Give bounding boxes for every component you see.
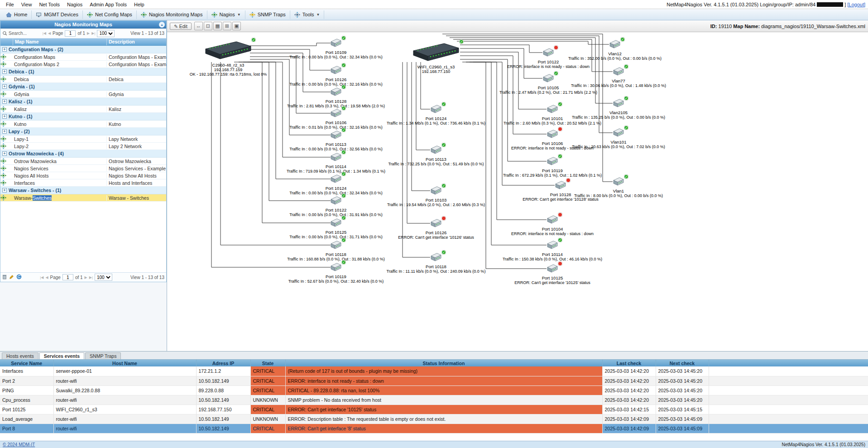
interface-node[interactable]: ✓Port 10103Traffic In : 19.54 Mb/s (2.0 …	[373, 186, 499, 207]
map-list-item[interactable]: Ostrow MazowieckaOstrow Mazowiecka	[0, 158, 166, 165]
interface-node[interactable]: ✓Vlan101Traffic In : 20.63 kb/s (0.0 %),…	[555, 128, 682, 149]
map-group-row[interactable]: +Kalisz - (1)	[0, 98, 166, 106]
expand-icon[interactable]: +	[2, 114, 7, 119]
interface-node[interactable]: ✓Port 10126Traffic In : 0.00 b/s (0.0 %)…	[273, 65, 399, 87]
map-list-item[interactable]: KutnoKutno	[0, 120, 166, 128]
column-state[interactable]: State	[250, 360, 285, 366]
map-group-row[interactable]: +Debica - (1)	[0, 68, 166, 76]
page-input[interactable]	[65, 30, 76, 37]
prev-page-icon[interactable]: ◀	[48, 31, 51, 35]
toolbar-snmp-traps[interactable]: SNMP Traps	[245, 10, 290, 19]
layers-icon[interactable]: ⊞	[223, 22, 231, 30]
search-input[interactable]: Search...	[2, 31, 27, 36]
map-list-item[interactable]: Lapy-2Lapy 2 Network	[0, 143, 166, 150]
service-row[interactable]: Cpu_processrouter-wifi10.50.182.149UNKNO…	[0, 395, 868, 405]
service-row[interactable]: Load_averagerouter-wifi10.50.182.149UNKN…	[0, 414, 868, 424]
map-list-item[interactable]: Nagios All HostsNagios Show All Hosts	[0, 172, 166, 179]
menu-nagios[interactable]: Nagios	[64, 1, 86, 8]
first-page-icon[interactable]: |◀	[43, 31, 46, 35]
map-list-item[interactable]: Configuration Maps 2Configuration Maps -…	[0, 61, 166, 68]
column-adress-ip[interactable]: Adress IP	[196, 360, 250, 366]
page-size-select[interactable]: 100	[97, 30, 115, 37]
map-group-row[interactable]: +Lapy - (2)	[0, 128, 166, 135]
tab-hosts-events[interactable]: Hosts events	[2, 352, 38, 359]
pencil-icon[interactable]	[9, 275, 14, 280]
expand-icon[interactable]: +	[2, 129, 7, 134]
next-page-icon[interactable]: ▶	[85, 275, 87, 279]
expand-icon[interactable]: +	[2, 84, 7, 89]
column-description[interactable]: Description	[107, 39, 166, 45]
collapse-button[interactable]: ▴	[159, 22, 165, 28]
interface-node[interactable]: Port 10104ERROR: interface is not ready …	[489, 215, 616, 236]
interface-node[interactable]: ✓Vlan2105Traffic In : 135.25 b/s (0.0 %)…	[555, 98, 682, 120]
map-group-row[interactable]: +Ostrow Mazowiecka - (4)	[0, 150, 166, 158]
map-group-row[interactable]: +Warsaw - Switches - (1)	[0, 187, 166, 194]
interface-node[interactable]: ✓Vlan77Traffic In : 30.06 kb/s (0.0 %), …	[555, 67, 682, 88]
next-page-icon[interactable]: ▶	[87, 31, 90, 35]
expand-icon[interactable]: +	[2, 69, 7, 74]
toolbar-tools[interactable]: Tools▼	[290, 10, 325, 19]
interface-node[interactable]: ✓Vlan12Traffic In : 352.00 b/s (0.0 %), …	[551, 39, 678, 61]
map-list-item[interactable]: Lapy-1Lapy Network	[0, 135, 166, 143]
expand-icon[interactable]: +	[2, 151, 7, 156]
last-page-icon[interactable]: ▶|	[89, 275, 93, 279]
toolbar-nagios[interactable]: Nagios▼	[207, 10, 245, 19]
expand-icon[interactable]: +	[2, 47, 7, 52]
prev-page-icon[interactable]: ◀	[45, 275, 48, 279]
grid-icon[interactable]: ▦	[213, 22, 222, 30]
last-page-icon[interactable]: ▶|	[91, 31, 95, 35]
refresh-icon[interactable]	[16, 274, 22, 280]
expand-icon[interactable]: +	[2, 188, 7, 193]
footer-copyright-link[interactable]: © 2024 MDM-IT	[3, 442, 35, 447]
column-last-check[interactable]: Last check	[602, 360, 656, 366]
interface-node[interactable]: Port 10126ERROR: Can't get interface '10…	[373, 218, 499, 240]
first-page-icon[interactable]: |◀	[40, 275, 43, 279]
service-row[interactable]: Interfacesserwer-pppoe-01172.21.1.2CRITI…	[0, 366, 868, 376]
service-row[interactable]: Port 10125WIFI_C2960_r1_s3192.168.77.150…	[0, 405, 868, 414]
expand-icon[interactable]: +	[2, 99, 7, 104]
column-status-information[interactable]: Status Information	[285, 360, 602, 366]
map-list-item[interactable]: InterfacesHosts and Interfaces	[0, 179, 166, 187]
map-list-item[interactable]: Warsaw-SwitchesWarsaw - Switches	[0, 194, 166, 202]
trash-icon[interactable]	[2, 274, 7, 280]
toolbar-home[interactable]: Home	[2, 10, 32, 19]
logout-link[interactable]: [Logout]	[847, 2, 865, 7]
toolbar-net-config-maps[interactable]: Net Config Maps	[83, 10, 137, 19]
interface-node[interactable]: ✓Port 10114Traffic In : 150.38 kb/s (0.0…	[489, 240, 616, 261]
interface-node[interactable]: ✓Port 10109Traffic In : 0.00 b/s (0.0 %)…	[273, 38, 399, 59]
interface-node[interactable]: Port 10125ERROR: Can't get interface '10…	[489, 264, 616, 285]
service-row[interactable]: PINGSuwalki_89.228.0.8889.228.0.88CRITIC…	[0, 385, 868, 395]
map-list-item[interactable]: GdyniaGdynia	[0, 91, 166, 98]
map-group-row[interactable]: +Configuration Maps - (2)	[0, 46, 166, 53]
map-list-item[interactable]: DebicaDebica	[0, 76, 166, 83]
service-row[interactable]: Port 2router-wifi10.50.182.149CRITICALER…	[0, 376, 868, 385]
map-canvas[interactable]: ✓C2960-48_r2_s3192.168.77.159OK - 192.16…	[167, 32, 868, 351]
column-service-name[interactable]: Service Name	[0, 360, 53, 366]
page-input[interactable]	[62, 274, 73, 280]
menu-file[interactable]: File	[3, 1, 17, 8]
interface-node[interactable]: ✓Vlan1Traffic In : 8.00 b/s (0.0 %), Out…	[555, 177, 682, 198]
tab-snmp-traps[interactable]: SNMP Traps	[85, 352, 121, 359]
toolbar-mgmt-devices[interactable]: MGMT Devices	[32, 10, 83, 19]
map-list-item[interactable]: Configuration MapsConfiguration Maps - E…	[0, 53, 166, 61]
map-group-row[interactable]: +Gdynia - (1)	[0, 83, 166, 91]
interface-node[interactable]: ✓Port 10119Traffic In : 672.29 kb/s (0.1…	[489, 156, 616, 178]
column-next-check[interactable]: Next check	[656, 360, 709, 366]
toolbar-nagios-monitoring-maps[interactable]: Nagios Monitoring Maps	[137, 10, 207, 19]
tab-services-events[interactable]: Services events	[39, 352, 84, 359]
page-size-select[interactable]: 100	[95, 274, 112, 281]
interface-node[interactable]: ✓Port 10113Traffic In : 732.25 b/s (0.0 …	[373, 145, 499, 166]
menu-net-tools[interactable]: Net Tools	[36, 1, 63, 8]
fullscreen-icon[interactable]: ⊡	[204, 22, 212, 30]
map-list-item[interactable]: Nagios ServicesNagios Services - Example	[0, 165, 166, 172]
column-map-name[interactable]: Map Name	[13, 39, 107, 45]
map-list-item[interactable]: KaliszKalisz	[0, 106, 166, 113]
map-group-row[interactable]: +Kutno - (1)	[0, 113, 166, 120]
menu-view[interactable]: View	[18, 1, 35, 8]
interface-node[interactable]: ✓Port 10124Traffic In : 1.34 Mb/s (0.1 %…	[373, 104, 499, 125]
edit-button[interactable]: ✎ Edit	[170, 23, 192, 30]
menu-help[interactable]: Help	[131, 1, 148, 8]
interface-node[interactable]: ✓Port 10118Traffic In : 11.11 kb/s (0.0 …	[373, 252, 499, 274]
pan-icon[interactable]: ↔	[194, 22, 203, 30]
column-host-name[interactable]: Host Name	[53, 360, 196, 366]
